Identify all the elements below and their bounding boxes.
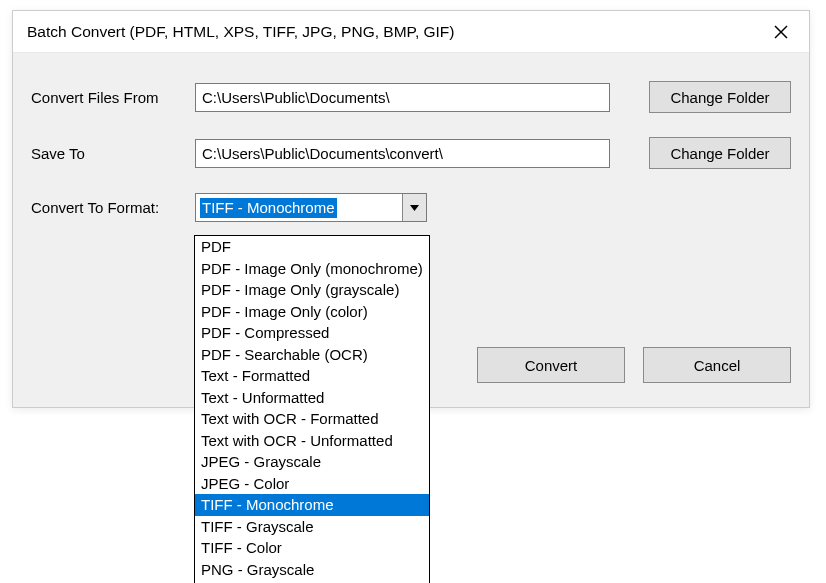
row-save-to: Save To Change Folder <box>31 137 791 169</box>
format-option[interactable]: PNG - Grayscale <box>195 559 429 581</box>
row-format: Convert To Format: TIFF - Monochrome <box>31 193 791 222</box>
convert-from-input[interactable] <box>195 83 610 112</box>
format-label: Convert To Format: <box>31 199 195 216</box>
svg-marker-2 <box>410 205 419 211</box>
format-option[interactable]: TIFF - Grayscale <box>195 516 429 538</box>
close-icon <box>774 25 788 39</box>
format-selected-wrap: TIFF - Monochrome <box>196 194 402 221</box>
footer-buttons: Convert Cancel <box>477 347 791 383</box>
format-option[interactable]: JPEG - Color <box>195 473 429 495</box>
format-option[interactable]: TIFF - Monochrome <box>195 494 429 516</box>
format-option[interactable]: PDF - Image Only (color) <box>195 301 429 323</box>
format-option[interactable]: JPEG - Grayscale <box>195 451 429 473</box>
format-option[interactable]: PDF - Image Only (grayscale) <box>195 279 429 301</box>
change-folder-from-button[interactable]: Change Folder <box>649 81 791 113</box>
row-convert-from: Convert Files From Change Folder <box>31 81 791 113</box>
format-option[interactable]: PDF - Compressed <box>195 322 429 344</box>
format-option[interactable]: TIFF - Color <box>195 537 429 559</box>
convert-from-label: Convert Files From <box>31 89 195 106</box>
dialog-title: Batch Convert (PDF, HTML, XPS, TIFF, JPG… <box>27 23 455 41</box>
format-option[interactable]: PDF <box>195 236 429 258</box>
save-to-input[interactable] <box>195 139 610 168</box>
format-option[interactable]: PDF - Image Only (monochrome) <box>195 258 429 280</box>
save-to-label: Save To <box>31 145 195 162</box>
chevron-down-icon <box>410 205 419 211</box>
format-option[interactable]: Text with OCR - Formatted <box>195 408 429 430</box>
format-option[interactable]: PDF - Searchable (OCR) <box>195 344 429 366</box>
format-combo-container: TIFF - Monochrome <box>195 193 427 222</box>
format-option[interactable]: Text with OCR - Unformatted <box>195 430 429 452</box>
titlebar: Batch Convert (PDF, HTML, XPS, TIFF, JPG… <box>13 11 809 53</box>
format-option[interactable]: Text - Unformatted <box>195 387 429 409</box>
convert-button[interactable]: Convert <box>477 347 625 383</box>
format-dropdown-list[interactable]: PDFPDF - Image Only (monochrome)PDF - Im… <box>194 235 430 583</box>
format-option[interactable]: Text - Formatted <box>195 365 429 387</box>
format-combobox[interactable]: TIFF - Monochrome <box>195 193 427 222</box>
format-selected-text: TIFF - Monochrome <box>200 198 337 218</box>
close-button[interactable] <box>767 18 795 46</box>
cancel-button[interactable]: Cancel <box>643 347 791 383</box>
combo-arrow-button[interactable] <box>402 194 426 221</box>
change-folder-to-button[interactable]: Change Folder <box>649 137 791 169</box>
